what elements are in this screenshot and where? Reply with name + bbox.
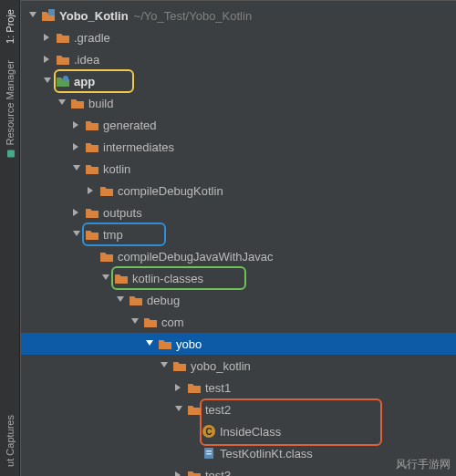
tree-row[interactable]: generated [21, 114, 456, 136]
expand-icon[interactable] [41, 31, 54, 44]
expand-icon[interactable] [56, 97, 68, 109]
folder-icon [143, 315, 158, 329]
tree-row[interactable]: outputs [21, 202, 456, 223]
folder-label: kotlin [103, 162, 130, 176]
expand-icon[interactable] [129, 316, 141, 328]
svg-rect-1 [48, 9, 55, 16]
folder-icon [172, 358, 187, 373]
svg-rect-6 [206, 450, 212, 452]
folder-icon [85, 227, 99, 242]
folder-label: .gradle [74, 31, 110, 45]
folder-label: build [88, 97, 113, 110]
expand-icon[interactable] [158, 359, 171, 372]
tree-row[interactable]: kotlin [21, 158, 456, 180]
folder-icon [99, 249, 114, 264]
resource-manager-icon [5, 149, 15, 158]
folder-icon [99, 183, 114, 198]
module-folder-icon [56, 74, 70, 88]
folder-label: compileDebugJavaWithJavac [118, 250, 274, 264]
folder-label: test2 [205, 403, 231, 417]
expand-icon[interactable] [85, 184, 98, 197]
expand-icon[interactable] [70, 228, 83, 241]
expand-icon[interactable] [172, 381, 185, 394]
resource-manager-tab[interactable]: Resource Manager [3, 55, 17, 164]
folder-icon [85, 118, 99, 132]
tree-row[interactable]: build [21, 92, 456, 114]
folder-icon [158, 336, 172, 351]
folder-label: generated [103, 119, 157, 132]
svg-rect-7 [206, 453, 212, 455]
folder-icon [56, 30, 70, 45]
expand-icon[interactable] [41, 53, 54, 66]
module-icon [41, 8, 56, 23]
tree-row[interactable]: compileDebugKotlin [21, 180, 456, 202]
expand-icon[interactable] [26, 9, 39, 22]
tree-row-tmp[interactable]: tmp [21, 223, 456, 245]
folder-icon [187, 380, 202, 395]
class-label: InsideClass [220, 425, 281, 439]
folder-icon [56, 52, 70, 67]
tree-row[interactable]: TestKotlinKt.class [21, 442, 456, 464]
folder-label: compileDebugKotlin [118, 184, 223, 198]
tree-row[interactable]: debug [21, 289, 456, 311]
folder-label: outputs [103, 206, 142, 220]
folder-label: test3 [205, 469, 231, 477]
tree-row-kotlin-classes[interactable]: kotlin-classes [21, 267, 456, 289]
svg-text:C: C [205, 427, 212, 437]
folder-icon [70, 96, 85, 110]
tree-row[interactable]: intermediates [21, 136, 456, 158]
folder-label: tmp [103, 228, 123, 242]
folder-icon [129, 293, 143, 307]
expand-icon[interactable] [172, 403, 185, 416]
tree-row[interactable]: test3 [21, 464, 456, 476]
tree-row-selected[interactable]: yobo [21, 333, 456, 355]
folder-label: kotlin-classes [132, 272, 203, 285]
expand-icon[interactable] [70, 140, 83, 153]
folder-icon [187, 402, 202, 417]
expand-icon[interactable] [70, 119, 83, 131]
folder-label: com [161, 316, 184, 329]
folder-label: app [74, 75, 95, 88]
tree-row-root[interactable]: Yobo_Kotlin ~/Yo_Test/Yobo_Kotlin [21, 5, 456, 26]
tree-row[interactable]: .gradle [21, 26, 456, 48]
root-name: Yobo_Kotlin [59, 9, 129, 23]
tree-row[interactable]: C InsideClass [21, 420, 456, 442]
tree-row[interactable]: test2 [21, 398, 456, 420]
folder-label: yobo_kotlin [191, 359, 251, 373]
folder-icon [85, 140, 99, 154]
project-tool-tab[interactable]: 1: Proje [3, 4, 17, 49]
captures-label: ut Captures [5, 415, 16, 467]
svg-rect-0 [7, 150, 15, 157]
classfile-icon [202, 446, 216, 460]
tree-row[interactable]: test1 [21, 377, 456, 398]
class-icon: C [202, 424, 216, 439]
expand-icon[interactable] [172, 469, 185, 476]
expand-icon[interactable] [99, 272, 112, 285]
folder-icon [85, 205, 99, 220]
root-path: ~/Yo_Test/Yobo_Kotlin [134, 9, 253, 23]
folder-icon [187, 468, 202, 476]
project-tree[interactable]: Yobo_Kotlin ~/Yo_Test/Yobo_Kotlin .gradl… [20, 0, 456, 476]
folder-icon [85, 161, 99, 176]
expand-icon[interactable] [70, 206, 83, 219]
file-label: TestKotlinKt.class [220, 447, 313, 460]
tree-row[interactable]: compileDebugJavaWithJavac [21, 245, 456, 267]
folder-label: .idea [74, 53, 99, 67]
svg-point-2 [63, 76, 68, 81]
tree-row-app[interactable]: app [21, 70, 456, 92]
folder-label: debug [147, 294, 180, 307]
expand-icon[interactable] [70, 162, 83, 175]
expand-icon[interactable] [41, 75, 54, 88]
expand-icon[interactable] [143, 337, 156, 350]
tree-row[interactable]: com [21, 311, 456, 333]
resource-manager-label: Resource Manager [5, 60, 16, 146]
tool-window-gutter: 1: Proje Resource Manager ut Captures [0, 0, 20, 476]
tree-row[interactable]: yobo_kotlin [21, 355, 456, 377]
folder-label: yobo [176, 337, 202, 351]
tree-row[interactable]: .idea [21, 48, 456, 70]
captures-tab[interactable]: ut Captures [3, 409, 17, 472]
folder-label: test1 [205, 381, 231, 395]
expand-icon[interactable] [114, 294, 127, 306]
folder-label: intermediates [103, 140, 174, 154]
project-tool-label: 1: Proje [5, 9, 16, 44]
